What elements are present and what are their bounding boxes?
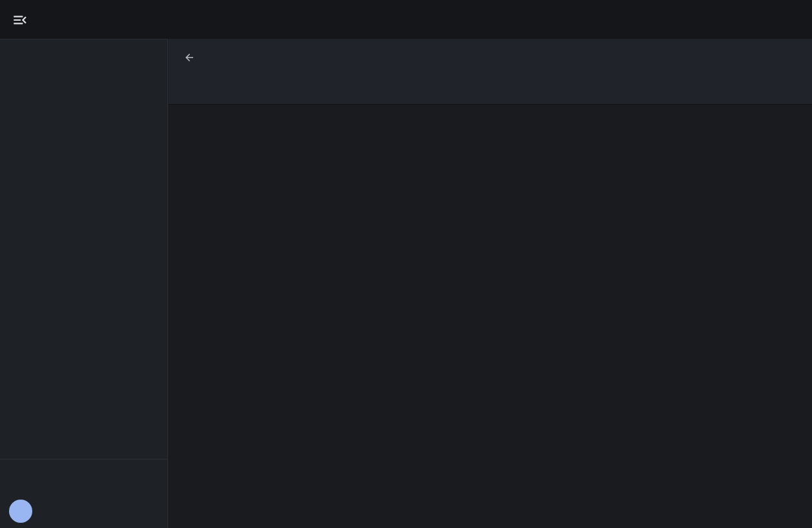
arrow-left-icon	[183, 52, 195, 63]
sidebar-nav-list	[0, 39, 167, 47]
sidebar-bottom-section	[0, 452, 167, 524]
sidebar-toggle-button[interactable]	[12, 12, 30, 27]
sidebar-item-notifications[interactable]	[4, 467, 163, 493]
media-browser-header	[169, 39, 812, 104]
sidebar	[0, 39, 168, 528]
top-app-bar	[0, 0, 812, 39]
sidebar-divider	[0, 459, 167, 459]
avatar	[9, 500, 32, 523]
media-grid-area	[169, 104, 812, 528]
main-content	[169, 39, 812, 528]
breadcrumb[interactable]	[183, 52, 201, 63]
bell-icon	[13, 472, 28, 488]
sidebar-profile[interactable]	[4, 498, 163, 524]
menu-open-icon	[12, 12, 28, 28]
